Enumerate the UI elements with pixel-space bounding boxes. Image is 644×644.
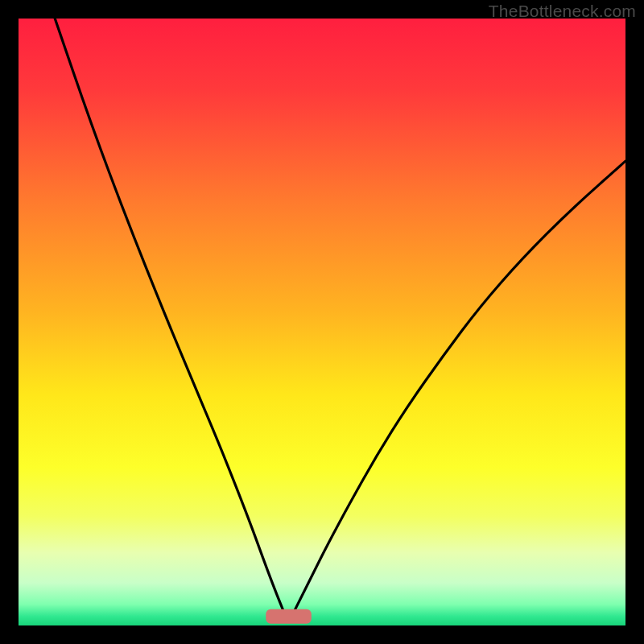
chart-frame xyxy=(19,19,625,625)
watermark-label: TheBottleneck.com xyxy=(489,2,636,21)
bottleneck-curve-chart xyxy=(19,19,625,625)
optimal-point-marker xyxy=(266,609,312,624)
gradient-background xyxy=(19,19,625,625)
